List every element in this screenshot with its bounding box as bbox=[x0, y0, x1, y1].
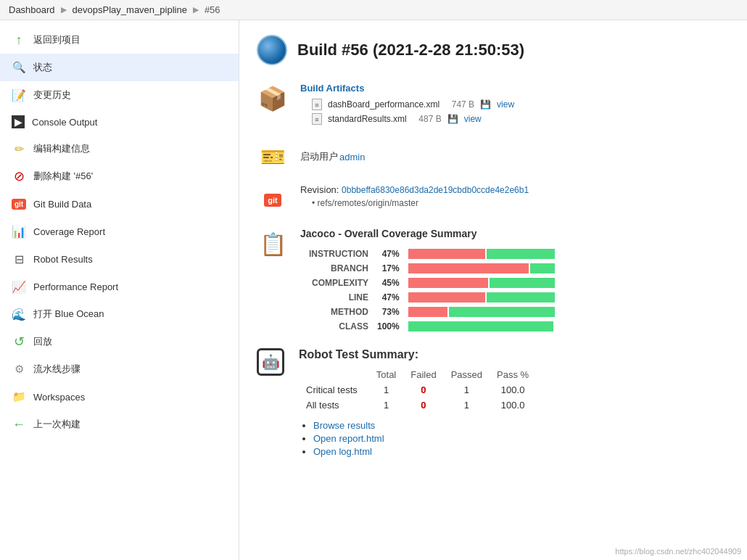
robot-icon: ⊟ bbox=[12, 252, 26, 266]
file-icon-1: ≡ bbox=[312, 99, 322, 110]
robot-link[interactable]: Open log.html bbox=[313, 446, 372, 457]
edit-icon: ✏ bbox=[12, 141, 26, 156]
artifacts-section: 📦 Build Artifacts ≡ dashBoard_performanc… bbox=[257, 83, 730, 126]
coverage-row-label: COMPLEXITY bbox=[300, 276, 373, 290]
coverage-row: METHOD73% bbox=[300, 305, 558, 319]
coverage-row: LINE47% bbox=[300, 290, 558, 305]
file-icon-2: ≡ bbox=[312, 113, 322, 125]
artifacts-icon: 📦 bbox=[257, 83, 289, 115]
sidebar-item-delete[interactable]: ⊘ 删除构建 '#56' bbox=[0, 162, 239, 190]
revision-label: Revision bbox=[300, 184, 337, 195]
sidebar-label-history: 变更历史 bbox=[33, 88, 71, 102]
robot-row-failed: 0 bbox=[403, 382, 443, 398]
pipeline-icon: ⚙ bbox=[12, 362, 26, 376]
breadcrumb-sep2: ▶ bbox=[193, 5, 199, 15]
bar-red bbox=[408, 307, 447, 317]
robot-row-failed: 0 bbox=[403, 398, 443, 413]
bar-green bbox=[490, 278, 555, 288]
sidebar-item-return[interactable]: ↑ 返回到项目 bbox=[0, 26, 239, 54]
artifact-view-2[interactable]: view bbox=[464, 114, 482, 124]
sidebar-item-status[interactable]: 🔍 状态 bbox=[0, 54, 239, 81]
replay-icon: ↺ bbox=[12, 334, 26, 349]
robot-link-item: Browse results bbox=[313, 420, 536, 431]
coverage-row: CLASS100% bbox=[300, 319, 558, 334]
build-status-ball bbox=[257, 35, 287, 65]
robot-section-icon: 🤖 bbox=[257, 348, 289, 459]
robot-title: Robot Test Summary: bbox=[299, 348, 536, 361]
coverage-row-pct: 47% bbox=[373, 290, 404, 305]
disk-icon-2: 💾 bbox=[447, 114, 458, 124]
sidebar-label-ocean: 打开 Blue Ocean bbox=[33, 308, 104, 321]
coverage-row-label: INSTRUCTION bbox=[300, 247, 373, 261]
sidebar-item-console[interactable]: ▶ Console Output bbox=[0, 109, 239, 135]
artifact-name-1: dashBoard_performance.xml bbox=[328, 99, 439, 110]
breadcrumb-sep1: ▶ bbox=[61, 5, 67, 15]
coverage-bar-cell bbox=[404, 261, 558, 276]
robot-row-passed: 1 bbox=[444, 398, 490, 413]
robot-data-row: Critical tests101100.0 bbox=[299, 382, 536, 398]
coverage-section-icon: 📋 bbox=[257, 228, 289, 260]
console-icon: ▶ bbox=[12, 115, 25, 128]
delete-icon: ⊘ bbox=[12, 169, 26, 184]
started-section: 🎫 启动用户 admin bbox=[257, 141, 730, 173]
revision-branch: refs/remotes/origin/master bbox=[300, 198, 730, 208]
sidebar-label-perf: Performance Report bbox=[33, 281, 118, 292]
sidebar-item-history[interactable]: 📝 变更历史 bbox=[0, 81, 239, 109]
coverage-row-label: BRANCH bbox=[300, 261, 373, 276]
sidebar-item-perf[interactable]: 📈 Performance Report bbox=[0, 273, 239, 300]
sidebar-item-prev[interactable]: ← 上一次构建 bbox=[0, 411, 239, 438]
git-logo-icon: git bbox=[257, 184, 289, 216]
coverage-row-label: LINE bbox=[300, 290, 373, 305]
sidebar-item-edit[interactable]: ✏ 编辑构建信息 bbox=[0, 135, 239, 162]
perf-icon: 📈 bbox=[12, 279, 26, 294]
artifacts-title[interactable]: Build Artifacts bbox=[300, 83, 730, 94]
coverage-bar bbox=[408, 292, 553, 302]
sidebar-item-ocean[interactable]: 🌊 打开 Blue Ocean bbox=[0, 300, 239, 328]
revision-hash[interactable]: 0bbbeffa6830e86d3da2de19cbdb0ccde4e2e6b1 bbox=[342, 185, 529, 195]
prev-icon: ← bbox=[12, 417, 26, 432]
artifact-view-1[interactable]: view bbox=[497, 99, 514, 110]
breadcrumb-dashboard[interactable]: Dashboard bbox=[9, 4, 55, 15]
artifact-size-1: 747 B bbox=[445, 99, 474, 110]
coverage-bar bbox=[408, 278, 553, 288]
sidebar-item-replay[interactable]: ↺ 回放 bbox=[0, 328, 239, 355]
sidebar-label-git: Git Build Data bbox=[33, 199, 91, 210]
robot-link[interactable]: Open report.html bbox=[313, 433, 384, 444]
coverage-row-pct: 73% bbox=[373, 305, 404, 319]
robot-row-label: All tests bbox=[299, 398, 369, 413]
artifact-row-2: ≡ standardResults.xml 487 B 💾 view bbox=[300, 112, 730, 126]
robot-content: Robot Test Summary: TotalFailedPassedPas… bbox=[299, 348, 536, 459]
started-icon: 🎫 bbox=[257, 141, 289, 173]
sidebar: ↑ 返回到项目 🔍 状态 📝 变更历史 ▶ Console Output ✏ 编… bbox=[0, 20, 239, 560]
coverage-row: INSTRUCTION47% bbox=[300, 247, 558, 261]
coverage-bar bbox=[408, 307, 553, 317]
coverage-content: Jacoco - Overall Coverage Summary INSTRU… bbox=[300, 228, 730, 334]
build-header: Build #56 (2021-2-28 21:50:53) bbox=[257, 35, 730, 65]
robot-col-header: Failed bbox=[403, 367, 443, 382]
bar-red bbox=[408, 278, 488, 288]
sidebar-item-workspace[interactable]: 📁 Workspaces bbox=[0, 383, 239, 411]
coverage-bar-cell bbox=[404, 305, 558, 319]
robot-row-pass-pct: 100.0 bbox=[490, 382, 536, 398]
breadcrumb-pipeline[interactable]: devopsPlay_maven_pipline bbox=[73, 4, 187, 15]
started-user[interactable]: admin bbox=[339, 152, 365, 162]
robot-face-icon: 🤖 bbox=[257, 348, 284, 376]
build-title: Build #56 (2021-2-28 21:50:53) bbox=[297, 41, 524, 59]
sidebar-item-git[interactable]: git Git Build Data bbox=[0, 190, 239, 218]
sidebar-label-robot: Robot Results bbox=[33, 254, 93, 265]
robot-row-passed: 1 bbox=[444, 382, 490, 398]
robot-link[interactable]: Browse results bbox=[313, 420, 375, 431]
robot-col-header: Pass % bbox=[490, 367, 536, 382]
bar-green bbox=[487, 292, 555, 302]
breadcrumb-build: #56 bbox=[205, 4, 220, 15]
sidebar-item-pipeline[interactable]: ⚙ 流水线步骤 bbox=[0, 355, 239, 383]
robot-col-header: Total bbox=[369, 367, 403, 382]
coverage-title: Jacoco - Overall Coverage Summary bbox=[300, 228, 730, 239]
sidebar-label-replay: 回放 bbox=[33, 335, 52, 348]
coverage-bar-cell bbox=[404, 319, 558, 334]
sidebar-item-coverage[interactable]: 📊 Coverage Report bbox=[0, 218, 239, 245]
sidebar-item-robot[interactable]: ⊟ Robot Results bbox=[0, 245, 239, 273]
coverage-table: INSTRUCTION47%BRANCH17%COMPLEXITY45%LINE… bbox=[300, 247, 558, 334]
coverage-row: COMPLEXITY45% bbox=[300, 276, 558, 290]
revision-section: git Revision: 0bbbeffa6830e86d3da2de19cb… bbox=[257, 184, 730, 216]
